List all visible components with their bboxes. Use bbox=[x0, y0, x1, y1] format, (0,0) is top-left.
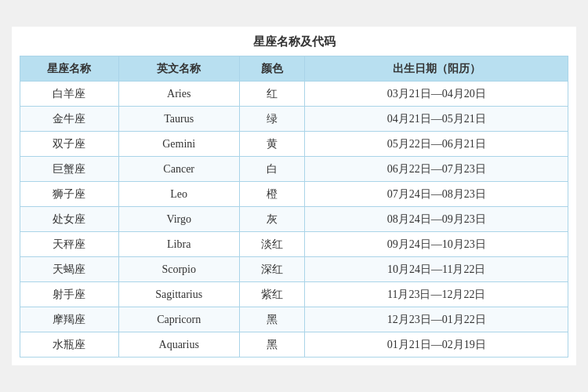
cell-zh-name: 处女座 bbox=[20, 207, 119, 232]
header-en-name: 英文名称 bbox=[118, 56, 239, 82]
cell-en-name: Cancer bbox=[118, 157, 239, 182]
cell-en-name: Gemini bbox=[118, 132, 239, 157]
cell-color: 紫红 bbox=[239, 282, 305, 307]
cell-zh-name: 射手座 bbox=[20, 282, 119, 307]
header-color: 颜色 bbox=[239, 56, 305, 82]
cell-en-name: Libra bbox=[118, 232, 239, 257]
page-title: 星座名称及代码 bbox=[20, 34, 568, 49]
cell-zh-name: 狮子座 bbox=[20, 182, 119, 207]
table-row: 天蝎座Scorpio深红10月24日—11月22日 bbox=[20, 257, 568, 282]
cell-color: 黑 bbox=[239, 307, 305, 332]
cell-birth-date: 04月21日—05月21日 bbox=[305, 107, 568, 132]
cell-en-name: Capricorn bbox=[118, 307, 239, 332]
cell-en-name: Leo bbox=[118, 182, 239, 207]
cell-zh-name: 水瓶座 bbox=[20, 332, 119, 358]
table-row: 白羊座Aries红03月21日—04月20日 bbox=[20, 82, 568, 107]
cell-zh-name: 双子座 bbox=[20, 132, 119, 157]
cell-zh-name: 金牛座 bbox=[20, 107, 119, 132]
cell-en-name: Aries bbox=[118, 82, 239, 107]
cell-color: 灰 bbox=[239, 207, 305, 232]
cell-en-name: Sagittarius bbox=[118, 282, 239, 307]
table-row: 射手座Sagittarius紫红11月23日—12月22日 bbox=[20, 282, 568, 307]
cell-zh-name: 天秤座 bbox=[20, 232, 119, 257]
table-row: 巨蟹座Cancer白06月22日—07月23日 bbox=[20, 157, 568, 182]
cell-en-name: Scorpio bbox=[118, 257, 239, 282]
table-row: 天秤座Libra淡红09月24日—10月23日 bbox=[20, 232, 568, 257]
cell-color: 深红 bbox=[239, 257, 305, 282]
cell-birth-date: 05月22日—06月21日 bbox=[305, 132, 568, 157]
cell-color: 橙 bbox=[239, 182, 305, 207]
cell-zh-name: 摩羯座 bbox=[20, 307, 119, 332]
cell-color: 黄 bbox=[239, 132, 305, 157]
cell-birth-date: 03月21日—04月20日 bbox=[305, 82, 568, 107]
cell-birth-date: 09月24日—10月23日 bbox=[305, 232, 568, 257]
cell-birth-date: 10月24日—11月22日 bbox=[305, 257, 568, 282]
cell-birth-date: 11月23日—12月22日 bbox=[305, 282, 568, 307]
table-row: 金牛座Taurus绿04月21日—05月21日 bbox=[20, 107, 568, 132]
cell-zh-name: 巨蟹座 bbox=[20, 157, 119, 182]
cell-en-name: Virgo bbox=[118, 207, 239, 232]
cell-en-name: Taurus bbox=[118, 107, 239, 132]
cell-zh-name: 白羊座 bbox=[20, 82, 119, 107]
cell-birth-date: 06月22日—07月23日 bbox=[305, 157, 568, 182]
cell-en-name: Aquarius bbox=[118, 332, 239, 358]
cell-color: 绿 bbox=[239, 107, 305, 132]
cell-color: 淡红 bbox=[239, 232, 305, 257]
zodiac-table: 星座名称 英文名称 颜色 出生日期（阳历） 白羊座Aries红03月21日—04… bbox=[20, 56, 568, 358]
table-row: 双子座Gemini黄05月22日—06月21日 bbox=[20, 132, 568, 157]
cell-color: 黑 bbox=[239, 332, 305, 358]
cell-birth-date: 12月23日—01月22日 bbox=[305, 307, 568, 332]
table-row: 摩羯座Capricorn黑12月23日—01月22日 bbox=[20, 307, 568, 332]
cell-zh-name: 天蝎座 bbox=[20, 257, 119, 282]
main-container: 星座名称及代码 星座名称 英文名称 颜色 出生日期（阳历） 白羊座Aries红0… bbox=[12, 27, 576, 365]
table-row: 处女座Virgo灰08月24日—09月23日 bbox=[20, 207, 568, 232]
cell-color: 白 bbox=[239, 157, 305, 182]
cell-birth-date: 08月24日—09月23日 bbox=[305, 207, 568, 232]
table-row: 水瓶座Aquarius黑01月21日—02月19日 bbox=[20, 332, 568, 358]
table-row: 狮子座Leo橙07月24日—08月23日 bbox=[20, 182, 568, 207]
header-zh-name: 星座名称 bbox=[20, 56, 119, 82]
cell-birth-date: 07月24日—08月23日 bbox=[305, 182, 568, 207]
header-birth-date: 出生日期（阳历） bbox=[305, 56, 568, 82]
cell-birth-date: 01月21日—02月19日 bbox=[305, 332, 568, 358]
cell-color: 红 bbox=[239, 82, 305, 107]
table-header-row: 星座名称 英文名称 颜色 出生日期（阳历） bbox=[20, 56, 568, 82]
